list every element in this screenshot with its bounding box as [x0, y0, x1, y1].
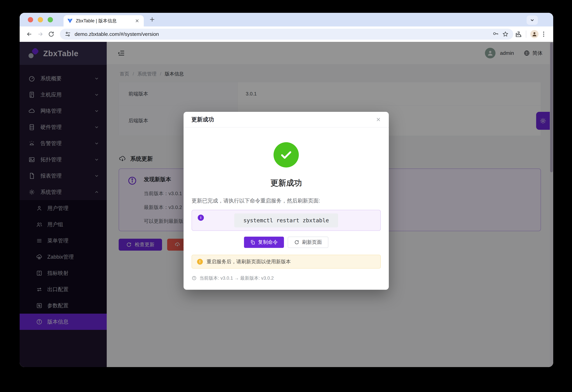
warning-filled-icon: ! [197, 259, 203, 265]
info-circle-icon [191, 276, 197, 281]
copy-command-button[interactable]: 复制命令 [244, 237, 284, 248]
new-tab-button[interactable] [149, 16, 156, 23]
copy-icon [250, 240, 255, 245]
modal-title: 更新成功 [191, 116, 214, 124]
modal-header: 更新成功 [184, 112, 389, 127]
forward-button[interactable] [36, 30, 45, 39]
back-button[interactable] [25, 30, 34, 39]
modal-actions: 复制命令 刷新页面 [244, 237, 328, 248]
refresh-page-button[interactable]: 刷新页面 [288, 237, 328, 248]
minimize-window-button[interactable] [38, 17, 43, 22]
tab-search-button[interactable] [526, 16, 538, 25]
close-icon[interactable] [376, 117, 381, 122]
extensions-puzzle-icon[interactable] [515, 31, 522, 38]
kebab-menu-icon[interactable] [540, 31, 547, 38]
browser-tabstrip: ZbxTable | 版本信息 [20, 13, 553, 27]
button-label: 刷新页面 [302, 239, 322, 246]
success-check-icon [273, 142, 299, 168]
bookmark-star-icon[interactable] [502, 31, 508, 37]
modal-body: 更新成功 更新已完成，请执行以下命令重启服务，然后刷新页面: i systemc… [184, 127, 389, 290]
url-text[interactable]: demo.zbxtable.com/#/system/version [75, 31, 489, 37]
zoom-window-button[interactable] [48, 17, 53, 22]
reload-button[interactable] [47, 30, 56, 39]
reload-icon [48, 31, 54, 37]
modal-heading: 更新成功 [270, 178, 302, 188]
forward-arrow-icon [37, 31, 44, 37]
command-alert: i systemctl restart zbxtable [191, 210, 381, 231]
toolbar-separator [526, 31, 526, 38]
url-bar[interactable]: demo.zbxtable.com/#/system/version [60, 29, 513, 40]
button-label: 复制命令 [258, 239, 278, 246]
refresh-icon [294, 240, 299, 245]
version-transition-text: 当前版本: v3.0.1 → 最新版本: v3.0.2 [199, 275, 274, 281]
browser-window: ZbxTable | 版本信息 demo.zbxtable.com/#/syst… [20, 13, 553, 367]
screenshot-canvas: ZbxTable | 版本信息 demo.zbxtable.com/#/syst… [0, 0, 572, 392]
close-window-button[interactable] [28, 17, 33, 22]
update-success-modal: 更新成功 更新成功 更新已完成，请执行以下命令重启服务，然后刷新页面: i sy… [184, 112, 389, 290]
browser-toolbar: demo.zbxtable.com/#/system/version [20, 27, 553, 42]
back-arrow-icon [26, 31, 33, 37]
warning-text: 重启服务后，请刷新页面以使用新版本 [207, 258, 291, 265]
site-settings-icon[interactable] [65, 31, 71, 37]
restart-warning-alert: ! 重启服务后，请刷新页面以使用新版本 [191, 255, 381, 268]
tab-close-icon[interactable] [135, 18, 140, 23]
window-controls [20, 17, 53, 27]
chevron-down-icon [530, 17, 535, 23]
tab-title: ZbxTable | 版本信息 [76, 18, 131, 24]
browser-tab[interactable]: ZbxTable | 版本信息 [64, 15, 144, 27]
modal-footer: 当前版本: v3.0.1 → 最新版本: v3.0.2 [191, 275, 381, 281]
modal-instruction: 更新已完成，请执行以下命令重启服务，然后刷新页面: [191, 197, 381, 204]
person-icon [532, 31, 537, 37]
check-icon [279, 148, 293, 162]
restart-command[interactable]: systemctl restart zbxtable [234, 213, 338, 227]
app-page: ZbxTable 系统概要 主机应用 网络管理 [20, 42, 553, 367]
browser-profile-avatar[interactable] [530, 30, 539, 38]
info-filled-icon: i [198, 215, 204, 221]
vue-favicon [67, 18, 73, 24]
password-key-icon[interactable] [493, 31, 499, 37]
